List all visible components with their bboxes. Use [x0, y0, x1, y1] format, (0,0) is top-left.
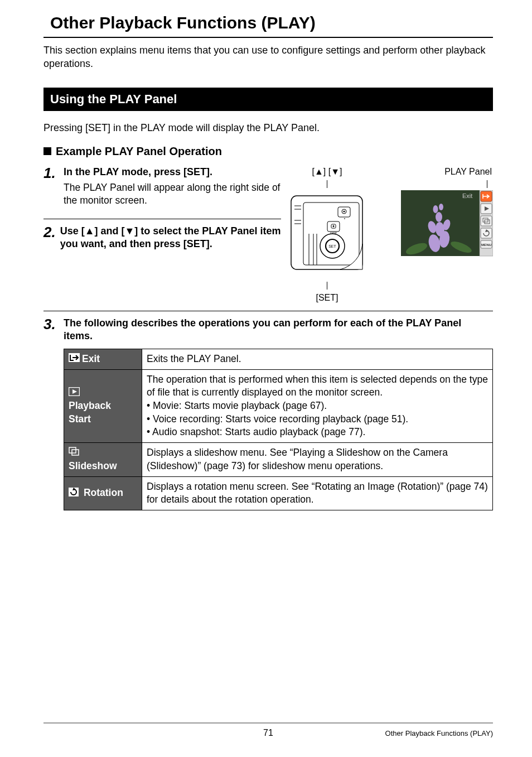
playback-bullet-3: Audio snapshot: Starts audio playback (p… — [147, 426, 488, 439]
slideshow-icon — [69, 446, 80, 460]
slideshow-label-text: Slideshow — [69, 460, 117, 471]
svg-point-27 — [433, 205, 438, 213]
label-set: [SET] — [316, 293, 338, 303]
cell-playback-desc: The operation that is performed when thi… — [142, 369, 493, 442]
footer-section: Other Playback Functions (PLAY) — [385, 729, 493, 737]
step-1-title: In the PLAY mode, press [SET]. — [64, 166, 212, 179]
callout-line-icon — [487, 180, 487, 188]
step-1: 1. In the PLAY mode, press [SET]. The PL… — [43, 166, 281, 214]
step-3: 3. The following describes the operation… — [43, 317, 493, 343]
playback-bullet-1: Movie: Starts movie playback (page 67). — [147, 399, 488, 413]
svg-point-12 — [333, 225, 335, 227]
intro-text: This section explains menu items that yo… — [43, 44, 493, 71]
footer: 71 Other Playback Functions (PLAY) — [43, 722, 493, 738]
sub-heading: Example PLAY Panel Operation — [43, 145, 493, 158]
label-play-panel: PLAY Panel — [444, 167, 493, 177]
play-panel-table: Exit Exits the PLAY Panel. Playback Star… — [64, 349, 493, 510]
camera-back-svg: ● DISP SET — [287, 190, 367, 279]
step-2-rule — [43, 311, 493, 311]
section-heading: Using the PLAY Panel — [43, 88, 493, 111]
table-row: Exit Exits the PLAY Panel. — [64, 349, 493, 369]
play-panel-svg: Exit — [401, 190, 493, 267]
svg-text:SET: SET — [328, 244, 336, 248]
table-row: Rotation Displays a rotation menu screen… — [64, 476, 493, 510]
table-row: Slideshow Displays a slideshow menu. See… — [64, 442, 493, 476]
exit-icon — [69, 353, 80, 366]
label-arrows: [▲] [▼] — [312, 167, 342, 177]
playback-label-1: Playback — [69, 400, 111, 411]
svg-rect-44 — [69, 447, 76, 453]
figure-camera-back: [▲] [▼] ● — [287, 167, 367, 303]
menu-label: MENU — [481, 243, 492, 247]
exit-label: Exit — [462, 192, 472, 199]
exit-label-text: Exit — [82, 353, 100, 364]
svg-rect-0 — [291, 196, 362, 269]
svg-rect-35 — [481, 216, 492, 226]
cell-playback-label: Playback Start — [64, 369, 142, 442]
title-rule — [43, 37, 493, 38]
step-number-3: 3. — [43, 317, 59, 331]
page-title: Other Playback Functions (PLAY) — [43, 13, 493, 32]
step-1-rule — [43, 219, 281, 219]
figure-play-panel: PLAY Panel — [401, 167, 493, 303]
step-2-title: Use [▲] and [▼] to select the PLAY Panel… — [60, 225, 281, 251]
table-row: Playback Start The operation that is per… — [64, 369, 493, 442]
square-bullet-icon — [43, 147, 51, 155]
cell-slideshow-desc: Displays a slideshow menu. See “Playing … — [142, 442, 493, 476]
step-1-body: The PLAY Panel will appear along the rig… — [64, 181, 281, 208]
rotation-label-text: Rotation — [84, 487, 123, 498]
sub-heading-text: Example PLAY Panel Operation — [56, 145, 222, 158]
callout-line-icon — [327, 282, 327, 290]
pressing-text: Pressing [SET] in the PLAY mode will dis… — [43, 121, 493, 135]
playback-intro: The operation that is performed when thi… — [147, 374, 488, 398]
cell-exit-desc: Exits the PLAY Panel. — [142, 349, 493, 369]
svg-point-28 — [439, 204, 443, 210]
playback-label-2: Start — [69, 413, 91, 425]
svg-marker-43 — [72, 389, 77, 394]
cell-rotation-desc: Displays a rotation menu screen. See “Ro… — [142, 476, 493, 510]
svg-point-8 — [344, 210, 345, 212]
step-2: 2. Use [▲] and [▼] to select the PLAY Pa… — [43, 225, 281, 258]
rotation-icon — [69, 487, 79, 500]
step-3-title: The following describes the operations y… — [64, 317, 493, 343]
cell-exit-label: Exit — [64, 349, 142, 369]
step-number-1: 1. — [43, 166, 59, 180]
cell-rotation-label: Rotation — [64, 476, 142, 510]
svg-text:●: ● — [344, 217, 346, 220]
step-number-2: 2. — [43, 225, 56, 239]
play-icon — [69, 387, 80, 400]
playback-bullet-2: Voice recording: Starts voice recording … — [147, 413, 488, 426]
callout-line-icon — [327, 180, 327, 188]
page-number: 71 — [263, 728, 273, 738]
svg-rect-45 — [72, 450, 79, 455]
svg-point-26 — [436, 212, 442, 222]
footer-rule — [43, 722, 493, 724]
cell-slideshow-label: Slideshow — [64, 442, 142, 476]
